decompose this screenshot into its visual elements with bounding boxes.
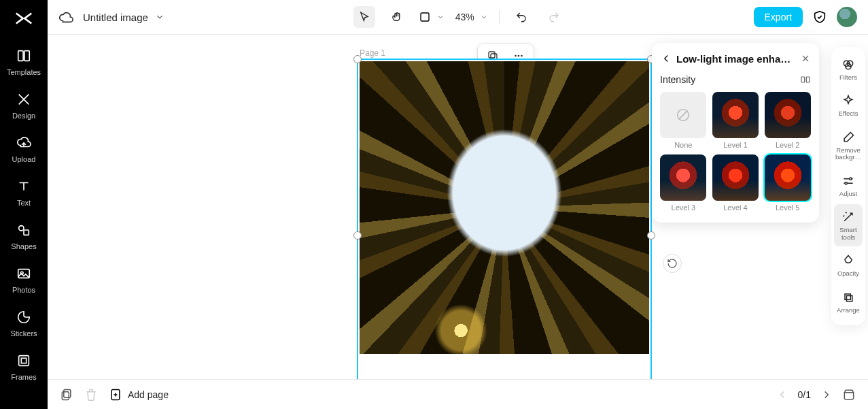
shield-icon[interactable] [812,10,827,24]
sidebar-item-design[interactable]: Design [0,84,48,128]
opacity-icon [841,253,856,268]
sidebar-item-frames[interactable]: Frames [0,346,48,389]
slideshow-icon[interactable] [842,388,856,402]
right-item-filters[interactable]: Filters [834,52,863,86]
photos-icon [16,265,32,282]
intensity-option-label: None [674,141,692,149]
bottombar: Add page 0/1 [48,379,868,409]
intensity-thumb [765,92,811,138]
right-item-label: Adjust [833,191,864,197]
left-sidebar: Templates Design Upload Text Shapes Phot… [0,0,48,409]
frames-icon [16,353,32,369]
effects-icon [841,93,856,108]
svg-rect-10 [489,52,495,58]
svg-point-21 [845,182,847,184]
intensity-option-label: Level 3 [672,203,695,212]
resize-handle-tl[interactable] [353,55,362,63]
svg-point-11 [515,55,517,57]
sidebar-item-label: Frames [11,373,36,381]
close-icon[interactable] [800,53,811,64]
right-item-label: Filters [833,74,864,81]
svg-rect-24 [64,389,71,397]
enhancement-panel: Low-light image enhan… Intensity None Le… [652,43,819,223]
sidebar-item-photos[interactable]: Photos [0,259,48,302]
page-label: Page 1 [360,48,385,58]
resize-handle-ml[interactable] [353,231,362,240]
sidebar-item-upload[interactable]: Upload [0,128,48,171]
hand-tool[interactable] [386,6,408,28]
intensity-option-label: Level 4 [723,203,747,212]
sidebar-item-label: Photos [12,286,35,294]
intensity-option-label: Level 1 [723,141,747,149]
svg-rect-15 [806,77,810,82]
sidebar-item-label: Templates [7,68,41,76]
canvas-frame[interactable] [357,59,652,379]
chevron-down-icon [436,13,445,21]
sidebar-item-label: Upload [12,155,36,163]
document-title-dropdown[interactable]: Untitled image [83,12,164,23]
sidebar-item-templates[interactable]: Templates [0,41,48,84]
right-item-remove-bg[interactable]: Remove backgr… [834,125,863,167]
svg-rect-1 [24,51,29,61]
magic-wand-icon [841,210,856,225]
stickers-icon [16,309,32,325]
filters-icon [841,57,856,72]
user-avatar[interactable] [837,7,857,27]
chevron-down-icon [155,12,164,22]
sidebar-item-shapes[interactable]: Shapes [0,215,48,259]
add-page-label: Add page [128,389,169,400]
canvas-image[interactable] [360,61,649,354]
right-item-opacity[interactable]: Opacity [834,248,863,282]
intensity-option-label: Level 2 [776,141,799,149]
intensity-option-label: Level 5 [776,203,799,212]
redo-button[interactable] [543,6,565,28]
sidebar-item-label: Shapes [11,242,36,250]
svg-point-20 [850,178,852,180]
pages-icon[interactable] [60,388,73,402]
svg-rect-25 [62,391,69,399]
zoom-dropdown[interactable]: 43% [455,12,488,22]
intensity-option-level-5[interactable]: Level 5 [764,154,811,212]
intensity-option-level-1[interactable]: Level 1 [712,92,759,149]
app-logo[interactable] [12,7,35,30]
sidebar-item-label: Design [12,112,35,120]
add-page-button[interactable]: Add page [109,388,169,402]
svg-point-12 [518,55,520,57]
intensity-thumb [765,154,811,201]
eraser-icon [841,130,856,145]
select-tool[interactable] [353,6,375,28]
back-icon[interactable] [660,52,672,65]
intensity-option-level-3[interactable]: Level 3 [660,154,707,212]
intensity-option-none[interactable]: None [660,92,707,149]
sidebar-item-text[interactable]: Text [0,171,48,215]
topbar: Untitled image 43% E [48,0,868,35]
compare-icon[interactable] [800,74,811,85]
resize-handle-mr[interactable] [647,231,655,240]
rotate-button[interactable] [663,254,682,273]
svg-point-13 [521,55,523,57]
intensity-option-level-4[interactable]: Level 4 [712,154,759,212]
right-item-effects[interactable]: Effects [834,88,863,122]
next-page-icon[interactable] [820,389,833,401]
intensity-thumb [660,92,706,138]
svg-rect-7 [21,358,26,363]
right-item-arrange[interactable]: Arrange [834,284,863,319]
svg-rect-22 [845,294,850,299]
right-item-smart-tools[interactable]: Smart tools [834,204,863,246]
svg-rect-8 [421,13,429,21]
right-sidebar: Filters Effects Remove backgr… Adjust [829,35,868,379]
undo-button[interactable] [510,6,532,28]
panel-title: Low-light image enhan… [676,53,796,65]
canvas-size-dropdown[interactable] [419,11,445,23]
sidebar-item-label: Text [17,199,31,207]
templates-icon [16,48,32,64]
intensity-thumb [712,154,759,201]
cloud-sync-icon[interactable] [58,10,73,24]
intensity-option-level-2[interactable]: Level 2 [764,92,811,149]
right-item-adjust[interactable]: Adjust [834,168,863,203]
sidebar-item-stickers[interactable]: Stickers [0,302,48,346]
export-button[interactable]: Export [754,7,803,27]
intensity-thumb [712,92,759,138]
right-item-label: Opacity [833,270,864,277]
right-item-label: Effects [833,110,864,117]
